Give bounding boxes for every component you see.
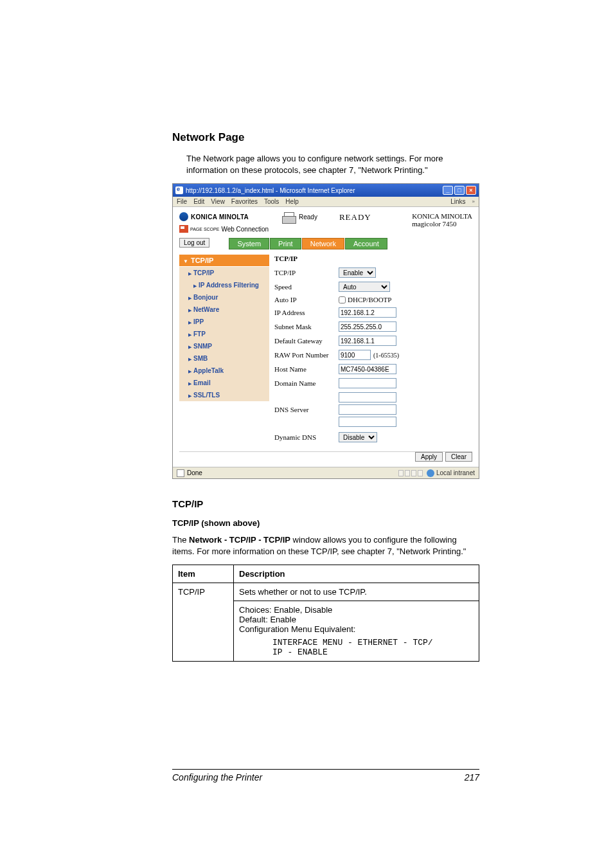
input-ipaddr[interactable]	[339, 307, 396, 318]
row-mono2: IP - ENABLE	[239, 647, 474, 657]
window-title: http://192.168.1.2/a_index.html - Micros…	[186, 187, 355, 194]
page-footer: Configuring the Printer 217	[172, 769, 479, 782]
links-label[interactable]: Links	[450, 198, 465, 205]
sidebar: ▼TCP/IP ▶TCP/IP ▶IP Address Filtering ▶B…	[179, 255, 269, 446]
menu-tools[interactable]: Tools	[264, 198, 279, 205]
sidebar-item-bonjour[interactable]: ▶Bonjour	[179, 291, 269, 303]
form-title: TCP/IP	[274, 255, 472, 262]
sidebar-item-label: SSL/TLS	[193, 392, 220, 399]
printer-icon	[282, 212, 295, 224]
sidebar-item-label: SMB	[193, 355, 208, 362]
input-dns1[interactable]	[339, 392, 396, 402]
tab-print[interactable]: Print	[270, 238, 301, 249]
menubar: File Edit View Favorites Tools Help Link…	[173, 197, 479, 207]
footer-right: 217	[465, 772, 479, 782]
pagescope-prefix: PAGE SCOPE	[190, 227, 219, 231]
sidebar-item-snmp[interactable]: ▶SNMP	[179, 340, 269, 352]
label-subnet: Subnet Mask	[274, 323, 339, 330]
input-rawport[interactable]	[339, 350, 371, 360]
tab-system[interactable]: System	[229, 238, 269, 249]
apply-button[interactable]: Apply	[415, 452, 443, 462]
input-dns3[interactable]	[339, 417, 396, 427]
select-dyndns[interactable]: Disable	[339, 432, 377, 442]
row-mono1: INTERFACE MENU - ETHERNET - TCP/	[239, 638, 474, 647]
section-para: The Network - TCP/IP - TCP/IP window all…	[172, 534, 479, 557]
tab-account[interactable]: Account	[345, 238, 387, 249]
rawport-range: (1-65535)	[373, 352, 399, 359]
sidebar-item-appletalk[interactable]: ▶AppleTalk	[179, 365, 269, 377]
sidebar-item-ftp[interactable]: ▶FTP	[179, 328, 269, 340]
clear-button[interactable]: Clear	[445, 452, 472, 462]
th-item: Item	[173, 565, 234, 583]
section-h2: TCP/IP	[172, 498, 479, 509]
sidebar-item-label: Bonjour	[193, 294, 218, 301]
intro-text: The Network page allows you to configure…	[172, 153, 479, 176]
ready-small: Ready	[299, 213, 317, 221]
dhcp-label: DHCP/BOOTP	[348, 296, 391, 303]
sidebar-item-ipfilter[interactable]: ▶IP Address Filtering	[179, 279, 269, 291]
maximize-button[interactable]: □	[454, 186, 465, 195]
sidebar-item-ipp[interactable]: ▶IPP	[179, 316, 269, 328]
menu-favorites[interactable]: Favorites	[231, 198, 258, 205]
sidebar-item-label: SNMP	[193, 343, 212, 350]
km-logo: KONICA MINOLTA	[179, 212, 276, 221]
td-desc2: Choices: Enable, Disable Default: Enable…	[234, 601, 479, 662]
label-rawport: RAW Port Number	[274, 351, 339, 359]
input-domain[interactable]	[339, 378, 396, 388]
ready-status: READY	[339, 212, 371, 222]
menu-edit[interactable]: Edit	[193, 198, 204, 205]
select-speed[interactable]: Auto	[339, 282, 390, 292]
menu-file[interactable]: File	[177, 198, 187, 205]
input-subnet[interactable]	[339, 321, 396, 332]
status-done: Done	[187, 469, 202, 476]
footer-left: Configuring the Printer	[172, 772, 262, 782]
label-hostname: Host Name	[274, 365, 339, 373]
km-brand-text: KONICA MINOLTA	[191, 213, 249, 221]
pagescope-icon	[179, 225, 188, 233]
menu-help[interactable]: Help	[285, 198, 299, 205]
sidebar-item-label: FTP	[193, 330, 206, 338]
sidebar-item-email[interactable]: ▶Email	[179, 377, 269, 389]
sidebar-item-smb[interactable]: ▶SMB	[179, 352, 269, 365]
sidebar-item-label: NetWare	[193, 306, 219, 313]
sidebar-item-label: TCP/IP	[193, 269, 214, 276]
label-domain: Domain Name	[274, 379, 339, 387]
sidebar-section-tcpip[interactable]: ▼TCP/IP	[179, 255, 269, 266]
checkbox-dhcp[interactable]	[339, 296, 346, 303]
model-brand: KONICA MINOLTA	[412, 212, 472, 220]
statusbar: Done Local intranet	[173, 467, 479, 478]
globe-icon	[427, 469, 434, 477]
pagescope-text: Web Connection	[221, 226, 269, 233]
label-tcpip: TCP/IP	[274, 269, 339, 276]
sidebar-item-label: Email	[193, 379, 211, 386]
status-zone: Local intranet	[436, 469, 475, 476]
row-choices: Choices: Enable, Disable	[239, 605, 474, 615]
label-speed: Speed	[274, 283, 339, 291]
ie-icon	[175, 186, 183, 194]
minimize-button[interactable]: _	[443, 186, 453, 195]
th-desc: Description	[234, 565, 479, 583]
page-heading: Network Page	[172, 131, 479, 144]
label-ipaddr: IP Address	[274, 309, 339, 316]
done-icon	[177, 469, 184, 477]
close-button[interactable]: ×	[466, 186, 476, 195]
sidebar-item-netware[interactable]: ▶NetWare	[179, 303, 269, 316]
menu-view[interactable]: View	[211, 198, 225, 205]
sidebar-item-tcpip[interactable]: ▶TCP/IP	[179, 267, 269, 279]
titlebar: http://192.168.1.2/a_index.html - Micros…	[173, 184, 479, 197]
sidebar-item-label: IP Address Filtering	[199, 282, 259, 289]
select-tcpip[interactable]: Enable	[339, 267, 376, 278]
input-dns2[interactable]	[339, 404, 396, 415]
input-gateway[interactable]	[339, 336, 396, 346]
sidebar-item-ssltls[interactable]: ▶SSL/TLS	[179, 389, 269, 401]
input-hostname[interactable]	[339, 364, 396, 374]
row-cfg: Configuration Menu Equivalent:	[239, 624, 474, 634]
links-chevron-icon[interactable]: »	[472, 199, 475, 204]
km-globe-icon	[179, 212, 188, 221]
section-h3: TCP/IP (shown above)	[172, 518, 479, 528]
doc-table: Item Description TCP/IP Sets whether or …	[172, 565, 479, 662]
tab-network[interactable]: Network	[302, 238, 344, 249]
td-desc1: Sets whether or not to use TCP/IP.	[234, 583, 479, 601]
logout-button[interactable]: Log out	[179, 238, 209, 248]
sidebar-item-label: AppleTalk	[193, 367, 224, 374]
